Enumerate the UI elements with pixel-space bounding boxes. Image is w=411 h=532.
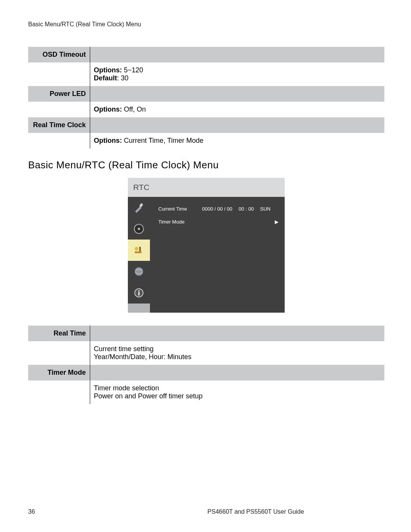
globe-icon[interactable] [128, 261, 150, 282]
row-content [90, 326, 384, 341]
info-icon[interactable] [128, 282, 150, 304]
svg-rect-9 [138, 292, 140, 296]
svg-point-2 [138, 228, 140, 230]
table-row: Options: Current Time, Timer Mode [28, 133, 384, 149]
row-content [90, 117, 384, 133]
row-label [28, 341, 90, 365]
row-label: OSD Timeout [28, 47, 90, 62]
table-row: Options: 5~120Default: 30 [28, 62, 384, 86]
page-number: 36 [28, 508, 127, 515]
svg-point-4 [135, 247, 139, 251]
svg-point-8 [138, 290, 140, 292]
table-row: Power LED [28, 86, 384, 102]
table-row: Options: Off, On [28, 102, 384, 117]
row-content [90, 47, 384, 62]
row-content: Options: Off, On [90, 102, 384, 117]
section-title: Basic Menu/RTC (Real Time Clock) Menu [28, 159, 384, 171]
cd-icon[interactable] [128, 218, 150, 240]
table-row: Timer Mode [28, 365, 384, 380]
brush-icon[interactable] [128, 197, 150, 218]
row-content [90, 86, 384, 102]
osd-menu-item[interactable]: Timer Mode▶ [158, 215, 279, 228]
svg-rect-3 [135, 251, 142, 253]
chevron-right-icon: ▶ [272, 219, 279, 225]
osd-menu-item[interactable]: Current Time0000 / 00 / 00 00 : 00 SUN [158, 202, 279, 215]
settings-table-1: OSD Timeout Options: 5~120Default: 30Pow… [28, 47, 384, 149]
row-content: Options: 5~120Default: 30 [90, 62, 384, 86]
row-label: Real Time Clock [28, 117, 90, 133]
tools-icon[interactable] [128, 240, 150, 261]
table-row: OSD Timeout [28, 47, 384, 62]
osd-item-label: Current Time [158, 206, 202, 212]
table-row: Timer mode selectionPower on and Power o… [28, 380, 384, 404]
row-content: Options: Current Time, Timer Mode [90, 133, 384, 149]
osd-icon-rail [128, 197, 150, 313]
row-content [90, 365, 384, 380]
svg-rect-5 [139, 247, 141, 251]
table-row: Current time settingYear/Month/Date, Hou… [28, 341, 384, 365]
row-content: Current time settingYear/Month/Date, Hou… [90, 341, 384, 365]
row-label [28, 62, 90, 86]
row-label [28, 102, 90, 117]
osd-content: Current Time0000 / 00 / 00 00 : 00 SUNTi… [150, 197, 285, 313]
running-header: Basic Menu/RTC (Real Time Clock) Menu [28, 21, 384, 28]
table-row: Real Time [28, 326, 384, 341]
row-label: Timer Mode [28, 365, 90, 380]
row-label [28, 380, 90, 404]
page-footer: 36 PS4660T and PS5560T User Guide [28, 508, 384, 515]
footer-doc-title: PS4660T and PS5560T User Guide [127, 508, 384, 515]
settings-table-2: Real Time Current time settingYear/Month… [28, 326, 384, 404]
osd-item-label: Timer Mode [158, 219, 202, 225]
row-label: Real Time [28, 326, 90, 341]
row-content: Timer mode selectionPower on and Power o… [90, 380, 384, 404]
table-row: Real Time Clock [28, 117, 384, 133]
row-label [28, 133, 90, 149]
osd-panel: RTC Current Time0000 / 00 / 00 00 : 00 S… [128, 178, 285, 313]
osd-item-value: 0000 / 00 / 00 00 : 00 SUN [202, 206, 272, 212]
svg-point-6 [135, 267, 143, 276]
row-label: Power LED [28, 86, 90, 102]
osd-title: RTC [128, 178, 285, 197]
